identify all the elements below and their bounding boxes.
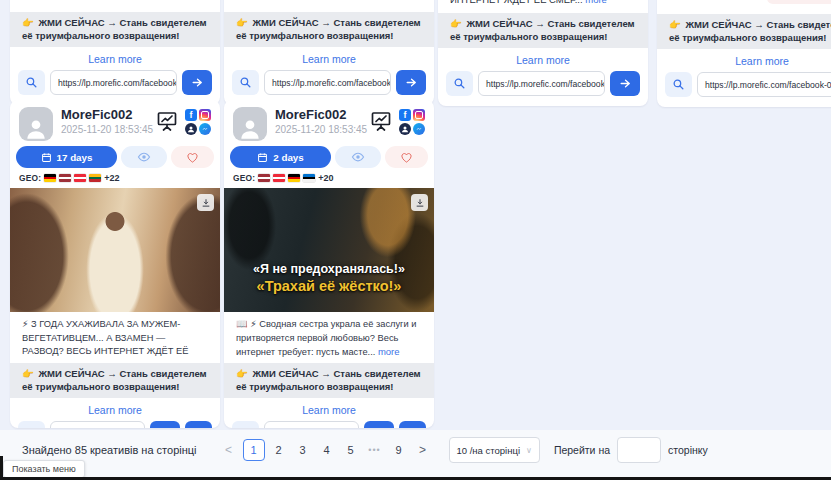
advertiser-name[interactable]: MoreFic002 bbox=[61, 107, 155, 123]
open-url-button[interactable] bbox=[150, 421, 180, 428]
pagination-page-9[interactable]: 9 bbox=[389, 444, 409, 456]
creative-text-truncated: ИНТЕРНЕТ ЖДЁТ ЕЁ СМЕР... more bbox=[438, 0, 648, 8]
arrow-right-icon bbox=[373, 427, 386, 428]
geo-flags bbox=[258, 174, 315, 182]
page-size-select[interactable]: 10 /на сторінці ∨ bbox=[449, 437, 540, 463]
pagination-page-1[interactable]: 1 bbox=[243, 439, 265, 461]
search-url-button[interactable] bbox=[232, 421, 259, 428]
creative-image[interactable]: «Я не предохранялась!» «Трахай её жёстко… bbox=[224, 188, 434, 312]
geo-row: GEO: +22 bbox=[19, 173, 211, 183]
landing-url-input[interactable]: https://lp.morefic.com/facebook-0iHH0v02… bbox=[478, 71, 605, 96]
download-creative-button[interactable] bbox=[185, 421, 212, 428]
platform-icons: f bbox=[185, 109, 211, 135]
landing-url-input[interactable]: https://lp.morefic.com/facebook-0iHH bbox=[264, 421, 359, 428]
search-icon bbox=[672, 78, 685, 91]
search-url-button[interactable] bbox=[18, 421, 45, 428]
preview-eye-button[interactable] bbox=[335, 146, 381, 168]
landing-url-text: https://lp.morefic.com/facebook-0iHH0v02… bbox=[705, 80, 831, 90]
days-active-button[interactable]: 2 days bbox=[230, 146, 331, 168]
pagination-ellipsis[interactable]: ••• bbox=[365, 445, 385, 455]
instagram-icon bbox=[199, 109, 211, 121]
advertiser-info: MoreFic002 2025-11-20 18:53:45 bbox=[267, 107, 369, 136]
landing-url-input[interactable]: https://lp.morefic.com/facebook-0iHH bbox=[50, 421, 145, 428]
flag-de-icon bbox=[44, 174, 56, 182]
landing-url-text: https://lp.morefic.com/facebook-0iHH0v02… bbox=[58, 78, 177, 88]
advertiser-avatar bbox=[19, 107, 53, 141]
download-image-button[interactable] bbox=[197, 194, 214, 211]
goto-page-suffix: сторінку bbox=[668, 444, 708, 456]
more-link[interactable]: more bbox=[378, 346, 400, 357]
geo-more-count[interactable]: +20 bbox=[318, 173, 333, 183]
ad-cta-headline: 👉 ЖМИ СЕЙЧАС → Стань свидетелем её триум… bbox=[657, 14, 831, 49]
learn-more-link[interactable]: Learn more bbox=[10, 47, 220, 70]
landing-url-input[interactable]: https://lp.morefic.com/facebook-0iHH0v02… bbox=[50, 70, 177, 95]
search-url-button[interactable] bbox=[446, 71, 473, 96]
open-url-button[interactable] bbox=[396, 70, 426, 95]
pointing-finger-icon: 👉 bbox=[22, 17, 34, 28]
url-row: https://lp.morefic.com/facebook-0iHH0v02… bbox=[657, 72, 831, 107]
eye-icon bbox=[351, 150, 365, 164]
advertiser-name[interactable]: MoreFic002 bbox=[275, 107, 369, 123]
learn-more-link[interactable]: Learn more bbox=[438, 48, 648, 71]
pagination-page-4[interactable]: 4 bbox=[317, 444, 337, 456]
pagination-bar: Знайдено 85 креативів на сторінці < 1 2 … bbox=[0, 437, 708, 463]
headline-text: ЖМИ СЕЙЧАС → Стань свидетелем её триумфа… bbox=[22, 368, 207, 392]
facebook-icon: f bbox=[399, 109, 411, 121]
search-url-button[interactable] bbox=[665, 72, 692, 97]
pagination-page-3[interactable]: 3 bbox=[293, 444, 313, 456]
search-icon bbox=[453, 77, 466, 90]
favorite-heart-button-partial[interactable] bbox=[767, 0, 831, 4]
favorite-heart-button[interactable] bbox=[171, 146, 214, 168]
pointing-finger-icon: 👉 bbox=[450, 18, 462, 29]
creative-actions-row: 2 days bbox=[230, 146, 428, 168]
open-url-button[interactable] bbox=[610, 71, 640, 96]
favorite-heart-button[interactable] bbox=[385, 146, 428, 168]
goto-page-input[interactable] bbox=[617, 437, 661, 463]
overlay-line-2: «Трахай её жёстко!» bbox=[224, 277, 434, 296]
ad-spy-library-screen: 👉 ЖМИ СЕЙЧАС → Стань свидетелем её триум… bbox=[0, 0, 831, 480]
search-url-button[interactable] bbox=[18, 70, 45, 95]
headline-text: ЖМИ СЕЙЧАС → Стань свидетелем её триумфа… bbox=[22, 17, 207, 41]
download-creative-button[interactable] bbox=[399, 421, 426, 428]
geo-label: GEO: bbox=[19, 173, 41, 183]
teaser-text: ИНТЕРНЕТ ЖДЁТ ЕЁ СМЕР... bbox=[450, 0, 585, 5]
learn-more-link[interactable]: Learn more bbox=[224, 47, 434, 70]
goto-page-label: Перейти на bbox=[554, 444, 610, 456]
board-chart-icon[interactable] bbox=[369, 109, 393, 133]
show-menu-tooltip[interactable]: Показать меню bbox=[3, 460, 85, 478]
pagination-page-5[interactable]: 5 bbox=[341, 444, 361, 456]
landing-url-input[interactable]: https://lp.morefic.com/facebook-0iHH0v02… bbox=[264, 70, 391, 95]
pagination-prev-button[interactable]: < bbox=[219, 443, 239, 457]
advertiser-profile-row: MoreFic002 2025-11-20 18:53:45 f bbox=[10, 100, 220, 141]
download-image-button[interactable] bbox=[411, 194, 428, 211]
days-active-button[interactable]: 17 days bbox=[16, 146, 117, 168]
learn-more-link[interactable]: Learn more bbox=[224, 398, 434, 421]
pagination-page-2[interactable]: 2 bbox=[269, 444, 289, 456]
person-icon bbox=[237, 115, 263, 141]
geo-more-count[interactable]: +22 bbox=[104, 173, 119, 183]
pagination-next-button[interactable]: > bbox=[413, 443, 433, 457]
learn-more-link[interactable]: Learn more bbox=[10, 398, 220, 421]
board-chart-icon[interactable] bbox=[155, 109, 179, 133]
advertiser-avatar bbox=[233, 107, 267, 141]
flag-at-icon bbox=[74, 174, 86, 182]
headline-text: ЖМИ СЕЙЧАС → Стань свидетелем её триумфа… bbox=[236, 17, 421, 41]
more-link[interactable]: more bbox=[585, 0, 607, 5]
creative-image[interactable] bbox=[10, 188, 220, 312]
days-active-label: 17 days bbox=[57, 152, 93, 163]
url-row: https://lp.morefic.com/facebook-0iHH bbox=[224, 421, 434, 428]
learn-more-link[interactable]: Learn more bbox=[657, 49, 831, 72]
download-icon bbox=[415, 198, 425, 208]
search-url-button[interactable] bbox=[232, 70, 259, 95]
more-link[interactable]: more bbox=[57, 360, 79, 364]
heart-icon bbox=[186, 151, 199, 164]
audience-network-icon bbox=[185, 123, 197, 135]
messenger-icon bbox=[413, 123, 425, 135]
open-url-button[interactable] bbox=[364, 421, 394, 428]
ad-card-partial-3: ИНТЕРНЕТ ЖДЁТ ЕЁ СМЕР... more 👉 ЖМИ СЕЙЧ… bbox=[438, 0, 648, 106]
messenger-icon bbox=[199, 123, 211, 135]
url-row: https://lp.morefic.com/facebook-0iHH bbox=[10, 421, 220, 428]
open-url-button[interactable] bbox=[182, 70, 212, 95]
preview-eye-button[interactable] bbox=[121, 146, 167, 168]
landing-url-input[interactable]: https://lp.morefic.com/facebook-0iHH0v02… bbox=[697, 72, 831, 97]
